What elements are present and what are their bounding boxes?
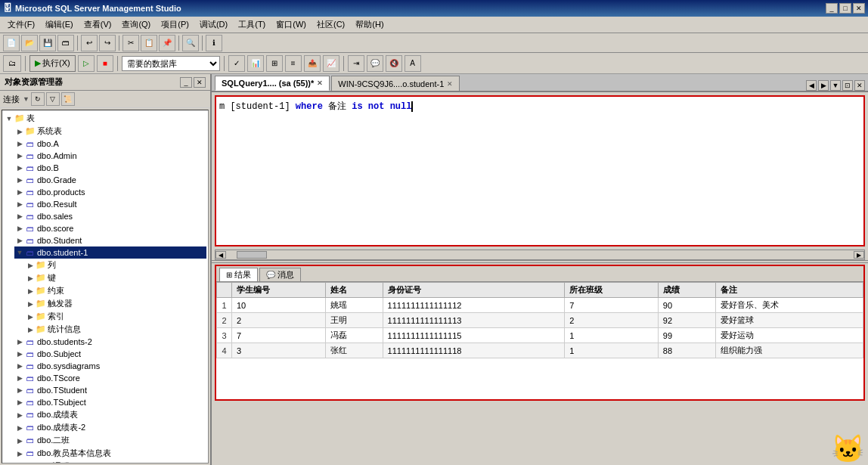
menu-edit[interactable]: 编辑(E) <box>41 17 78 32</box>
find-button[interactable]: 🔍 <box>182 35 199 51</box>
tree-item-dboSales[interactable]: ▶ 🗃 dbo.sales <box>14 210 206 222</box>
panel-close-right[interactable]: ✕ <box>854 80 865 91</box>
tree-item-scoreTable[interactable]: ▶ 🗃 dbo.成绩表 <box>14 408 206 421</box>
tableCourse-icon: 🗃 <box>25 461 36 464</box>
query-editor[interactable]: m [student-1] where 备注 is not null <box>215 95 865 246</box>
tree-item-scoreTable2[interactable]: ▶ 🗃 dbo.成绩表-2 <box>14 421 206 434</box>
grid-button[interactable]: ⊞ <box>266 55 283 72</box>
object-explorer-button[interactable]: 🗂 <box>3 55 21 72</box>
object-explorer-toolbar: 连接 ▼ ↻ ▽ 📜 <box>0 91 210 108</box>
tree-item-teacherInfo[interactable]: ▶ 🗃 dbo.教员基本信息表 <box>14 447 206 460</box>
showplan-button[interactable]: 📈 <box>323 55 339 72</box>
new-query-button[interactable]: 📄 <box>3 35 20 51</box>
tree-item-course[interactable]: ▶ 🗃 dbo.课程 <box>14 460 206 463</box>
menu-community[interactable]: 社区(C) <box>312 17 349 32</box>
results-table-wrap[interactable]: 学生编号 姓名 身份证号 所在班级 成绩 备注 1 10 姚瑶 11111111… <box>216 282 863 399</box>
menu-project[interactable]: 项目(P) <box>157 17 194 32</box>
tree-item-tsubject[interactable]: ▶ 🗃 dbo.TSubject <box>14 396 206 408</box>
tree-item-dboStudent[interactable]: ▶ 🗃 dbo.Student <box>14 234 206 246</box>
parse-button[interactable]: ✓ <box>228 55 245 72</box>
tree-item-dboScore[interactable]: ▶ 🗃 dbo.score <box>14 222 206 234</box>
scroll-left-btn[interactable]: ◀ <box>215 251 226 259</box>
tree-item-dboProducts[interactable]: ▶ 🗃 dbo.products <box>14 186 206 198</box>
panel-float[interactable]: ⊡ <box>842 80 853 91</box>
tree-item-tstudent[interactable]: ▶ 🗃 dbo.TStudent <box>14 384 206 396</box>
splitter[interactable] <box>212 260 868 263</box>
tab-query1[interactable]: SQLQuery1.... (sa (55))* ✕ <box>215 76 330 91</box>
tree-item-indexes[interactable]: ▶ 📁 索引 <box>25 310 206 323</box>
format-button[interactable]: A <box>405 55 421 72</box>
menu-help[interactable]: 帮助(H) <box>351 17 388 32</box>
paste-button[interactable]: 📌 <box>159 35 175 51</box>
tab-scroll-right[interactable]: ▶ <box>818 80 829 91</box>
redo-button[interactable]: ↪ <box>99 35 116 51</box>
cut-button[interactable]: ✂ <box>122 35 139 51</box>
menu-view[interactable]: 查看(V) <box>79 17 116 32</box>
object-tree[interactable]: ▼ 📁 表 ▶ 📁 系统表 ▶ 🗃 dbo.A ▶ 🗃 dbo.Admin ▶ <box>2 110 209 463</box>
stop-button[interactable]: ■ <box>97 55 113 72</box>
menu-query[interactable]: 查询(Q) <box>117 17 155 32</box>
properties-button[interactable]: ℹ <box>206 35 222 51</box>
panel-close[interactable]: ✕ <box>194 77 206 88</box>
tree-item-statistics[interactable]: ▶ 📁 统计信息 <box>25 323 206 336</box>
tree-item-triggers[interactable]: ▶ 📁 触发器 <box>25 297 206 310</box>
tab-server[interactable]: WIN-9CSQ9J6....o.student-1 ✕ <box>331 76 460 91</box>
uncomment-button[interactable]: 🔇 <box>386 55 402 72</box>
restore-button[interactable]: □ <box>839 3 851 14</box>
tree-item-columns[interactable]: ▶ 📁 列 <box>25 259 206 271</box>
text-button[interactable]: ≡ <box>285 55 302 72</box>
tableB-icon: 🗃 <box>25 163 36 173</box>
refresh-button[interactable]: ↻ <box>31 92 45 106</box>
tab-results[interactable]: ⊞ 结果 <box>219 268 258 281</box>
tree-item-class2[interactable]: ▶ 🗃 dbo.二班 <box>14 434 206 447</box>
tab-server-close[interactable]: ✕ <box>447 80 453 88</box>
indent-button[interactable]: ⇥ <box>348 55 364 72</box>
file-out-button[interactable]: 📤 <box>304 55 321 72</box>
execute-button[interactable]: ▶ 执行(X) <box>29 55 76 72</box>
panel-minimize[interactable]: _ <box>180 77 192 88</box>
tree-item-keys[interactable]: ▶ 📁 键 <box>25 271 206 284</box>
tree-item-dboAdmin[interactable]: ▶ 🗃 dbo.Admin <box>14 150 206 162</box>
save-button[interactable]: 💾 <box>39 35 56 51</box>
save-all-button[interactable]: 🗃 <box>57 35 74 51</box>
database-select[interactable]: 需要的数据库 <box>122 56 220 71</box>
open-button[interactable]: 📂 <box>21 35 38 51</box>
close-button[interactable]: ✕ <box>853 3 865 14</box>
menu-debug[interactable]: 调试(D) <box>195 17 232 32</box>
cell-idcard: 1111111111111115 <box>383 328 565 343</box>
tree-item-subject[interactable]: ▶ 🗃 dbo.Subject <box>14 348 206 360</box>
copy-button[interactable]: 📋 <box>141 35 157 51</box>
tab-list[interactable]: ▼ <box>830 80 841 91</box>
menu-window[interactable]: 窗口(W) <box>271 17 311 32</box>
debug-button[interactable]: ▷ <box>78 55 95 72</box>
results-button[interactable]: 📊 <box>247 55 264 72</box>
script-button[interactable]: 📜 <box>61 92 75 106</box>
tree-item-students2[interactable]: ▶ 🗃 dbo.students-2 <box>14 336 206 348</box>
minimize-button[interactable]: _ <box>826 3 838 14</box>
tree-item-dboB[interactable]: ▶ 🗃 dbo.B <box>14 162 206 174</box>
tree-item-constraints[interactable]: ▶ 📁 约束 <box>25 284 206 297</box>
tree-item-dboResult[interactable]: ▶ 🗃 dbo.Result <box>14 198 206 210</box>
main-layout: 对象资源管理器 _ ✕ 连接 ▼ ↻ ▽ 📜 ▼ 📁 表 ▶ 📁 系统表 <box>0 74 868 465</box>
undo-button[interactable]: ↩ <box>81 35 98 51</box>
tab-messages[interactable]: 💬 消息 <box>259 268 301 281</box>
tree-item-systables[interactable]: ▶ 📁 系统表 <box>14 125 206 138</box>
filter-button[interactable]: ▽ <box>46 92 60 106</box>
tree-item-dboGrade[interactable]: ▶ 🗃 dbo.Grade <box>14 174 206 186</box>
tree-item-sysdiagrams[interactable]: ▶ 🗃 dbo.sysdiagrams <box>14 360 206 372</box>
tree-root-tables[interactable]: ▼ 📁 表 <box>4 112 206 125</box>
horizontal-scrollbar[interactable]: ◀ ▶ <box>215 250 865 260</box>
window-controls[interactable]: _ □ ✕ <box>826 3 865 14</box>
tab-scroll-left[interactable]: ◀ <box>806 80 817 91</box>
tab-query1-close[interactable]: ✕ <box>317 79 323 87</box>
tree-item-tscore[interactable]: ▶ 🗃 dbo.TScore <box>14 372 206 384</box>
tree-item-dboStudent1[interactable]: ▼ 🗃 dbo.student-1 <box>14 246 206 259</box>
menu-tools[interactable]: 工具(T) <box>234 17 270 32</box>
menu-file[interactable]: 文件(F) <box>3 17 39 32</box>
tree-item-dboA[interactable]: ▶ 🗃 dbo.A <box>14 138 206 150</box>
comment-button[interactable]: 💬 <box>367 55 383 72</box>
col-header-name: 姓名 <box>325 283 383 298</box>
scroll-thumb[interactable] <box>237 251 267 259</box>
scroll-right-btn[interactable]: ▶ <box>854 251 864 259</box>
table-row: 3 7 冯磊 1111111111111115 1 99 爱好运动 <box>217 328 863 343</box>
